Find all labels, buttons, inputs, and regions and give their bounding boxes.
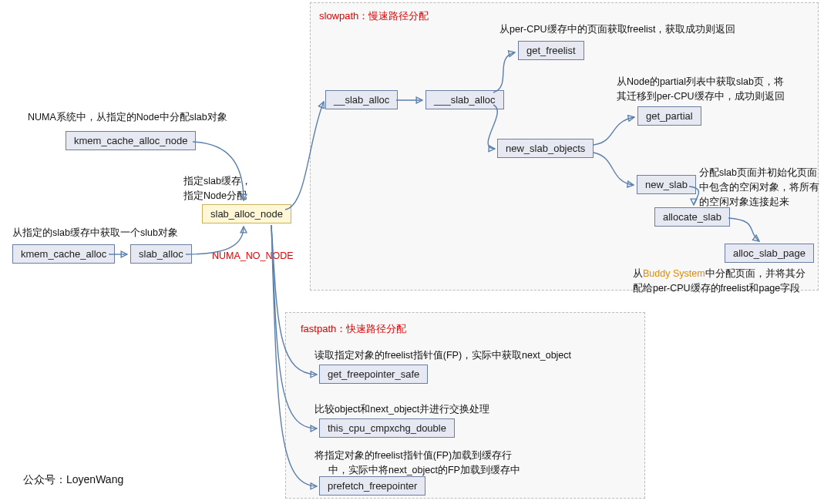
- node-this-cpu-cmpxchg-double: this_cpu_cmpxchg_double: [319, 418, 455, 438]
- specify-cache-desc: 指定slab缓存， 指定Node分配: [183, 174, 251, 203]
- slowpath-title: slowpath：慢速路径分配: [319, 9, 429, 23]
- node-get-partial: get_partial: [637, 106, 701, 126]
- node-slab-alloc-1: __slab_alloc: [325, 90, 398, 109]
- numa-system-desc: NUMA系统中，从指定的Node中分配slab对象: [28, 110, 227, 125]
- new-slab-desc: 分配slab页面并初始化页面 中包含的空闲对象，将所有 的空闲对象连接起来: [699, 166, 819, 209]
- fast-desc-1: 读取指定对象的freelist指针值(FP)，实际中获取next_object: [314, 348, 571, 363]
- node-allocate-slab: allocate_slab: [654, 207, 730, 227]
- node-slab-alloc-node: slab_alloc_node: [202, 204, 291, 223]
- node-kmem-cache-alloc-node: kmem_cache_alloc_node: [66, 131, 196, 150]
- from-slab-cache-desc: 从指定的slab缓存中获取一个slub对象: [12, 226, 178, 240]
- node-prefetch-freepointer: prefetch_freepointer: [319, 476, 425, 496]
- fastpath-title: fastpath：快速路径分配: [301, 322, 406, 336]
- fast-desc-3: 将指定对象的freelist指针值(FP)加载到缓存行 中，实际中将next_o…: [314, 449, 520, 478]
- footer-credit: 公众号：LoyenWang: [23, 472, 123, 488]
- node-slab-alloc: slab_alloc: [130, 244, 192, 264]
- fast-desc-2: 比较object和next_object并进行交换处理: [314, 402, 489, 417]
- get-freelist-desc: 从per-CPU缓存中的页面获取freelist，获取成功则返回: [499, 22, 735, 37]
- node-new-slab-objects: new_slab_objects: [497, 139, 594, 158]
- node-kmem-cache-alloc: kmem_cache_alloc: [12, 244, 115, 264]
- alloc-page-desc: 从Buddy System中分配页面，并将其分 配给per-CPU缓存的free…: [633, 267, 806, 296]
- numa-no-node-label: NUMA_NO_NODE: [212, 249, 294, 264]
- node-new-slab: new_slab: [637, 175, 696, 194]
- node-alloc-slab-page: alloc_slab_page: [725, 244, 814, 263]
- node-slab-alloc-2: ___slab_alloc: [425, 90, 504, 109]
- node-get-freepointer-safe: get_freepointer_safe: [319, 365, 428, 384]
- get-partial-desc: 从Node的partial列表中获取slab页，将 其迁移到per-CPU缓存中…: [617, 75, 785, 104]
- node-get-freelist: get_freelist: [518, 41, 584, 60]
